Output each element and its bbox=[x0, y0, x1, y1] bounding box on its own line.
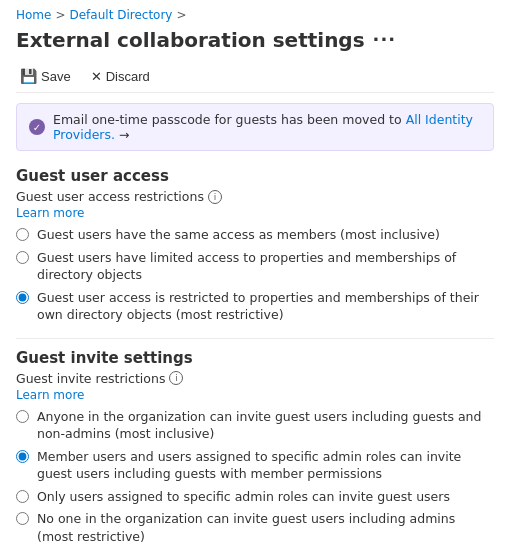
guest-invite-radio-2[interactable] bbox=[16, 490, 29, 503]
guest-access-option-2[interactable]: Guest user access is restricted to prope… bbox=[16, 289, 494, 324]
page-title: External collaboration settings bbox=[16, 28, 365, 52]
guest-invite-label-3: No one in the organization can invite gu… bbox=[37, 510, 494, 545]
guest-invite-option-1[interactable]: Member users and users assigned to speci… bbox=[16, 448, 494, 483]
guest-invite-radio-3[interactable] bbox=[16, 512, 29, 525]
notice-bar: ✓ Email one-time passcode for guests has… bbox=[16, 103, 494, 151]
guest-invite-section: Guest invite settings Guest invite restr… bbox=[16, 349, 494, 546]
guest-invite-learn-more[interactable]: Learn more bbox=[16, 388, 494, 402]
guest-invite-option-3[interactable]: No one in the organization can invite gu… bbox=[16, 510, 494, 545]
breadcrumb-directory[interactable]: Default Directory bbox=[70, 8, 173, 22]
guest-invite-option-2[interactable]: Only users assigned to specific admin ro… bbox=[16, 488, 494, 506]
guest-access-radio-2[interactable] bbox=[16, 291, 29, 304]
discard-icon: ✕ bbox=[91, 69, 102, 84]
notice-icon: ✓ bbox=[29, 119, 45, 135]
page-title-container: External collaboration settings ··· bbox=[16, 28, 494, 52]
discard-label: Discard bbox=[106, 69, 150, 84]
notice-text: Email one-time passcode for guests has b… bbox=[53, 112, 481, 142]
guest-invite-label-2: Only users assigned to specific admin ro… bbox=[37, 488, 450, 506]
guest-access-option-0[interactable]: Guest users have the same access as memb… bbox=[16, 226, 494, 244]
page-container: Home > Default Directory > External coll… bbox=[0, 0, 510, 560]
guest-access-field-label: Guest user access restrictions i bbox=[16, 189, 494, 204]
guest-invite-radio-1[interactable] bbox=[16, 450, 29, 463]
guest-access-section: Guest user access Guest user access rest… bbox=[16, 167, 494, 324]
guest-invite-radio-group: Anyone in the organization can invite gu… bbox=[16, 408, 494, 546]
breadcrumb-sep1: > bbox=[55, 8, 65, 22]
guest-invite-label-1: Member users and users assigned to speci… bbox=[37, 448, 494, 483]
guest-invite-field-label: Guest invite restrictions i bbox=[16, 371, 494, 386]
save-icon: 💾 bbox=[20, 68, 37, 84]
section-divider-1 bbox=[16, 338, 494, 339]
guest-invite-radio-0[interactable] bbox=[16, 410, 29, 423]
guest-access-label-1: Guest users have limited access to prope… bbox=[37, 249, 494, 284]
notice-arrow: → bbox=[119, 127, 129, 142]
guest-access-info-icon[interactable]: i bbox=[208, 190, 222, 204]
guest-invite-title: Guest invite settings bbox=[16, 349, 494, 367]
breadcrumb-home[interactable]: Home bbox=[16, 8, 51, 22]
guest-access-label-0: Guest users have the same access as memb… bbox=[37, 226, 440, 244]
save-button[interactable]: 💾 Save bbox=[16, 66, 75, 86]
guest-invite-option-0[interactable]: Anyone in the organization can invite gu… bbox=[16, 408, 494, 443]
guest-access-learn-more[interactable]: Learn more bbox=[16, 206, 494, 220]
discard-button[interactable]: ✕ Discard bbox=[87, 67, 154, 86]
guest-access-radio-1[interactable] bbox=[16, 251, 29, 264]
guest-invite-info-icon[interactable]: i bbox=[169, 371, 183, 385]
breadcrumb-sep2: > bbox=[176, 8, 186, 22]
toolbar: 💾 Save ✕ Discard bbox=[16, 60, 494, 93]
breadcrumb: Home > Default Directory > bbox=[16, 8, 494, 22]
guest-access-label-2: Guest user access is restricted to prope… bbox=[37, 289, 494, 324]
ellipsis-menu-button[interactable]: ··· bbox=[373, 31, 397, 49]
guest-invite-label-0: Anyone in the organization can invite gu… bbox=[37, 408, 494, 443]
guest-access-radio-0[interactable] bbox=[16, 228, 29, 241]
save-label: Save bbox=[41, 69, 71, 84]
guest-access-option-1[interactable]: Guest users have limited access to prope… bbox=[16, 249, 494, 284]
guest-access-radio-group: Guest users have the same access as memb… bbox=[16, 226, 494, 324]
guest-access-title: Guest user access bbox=[16, 167, 494, 185]
